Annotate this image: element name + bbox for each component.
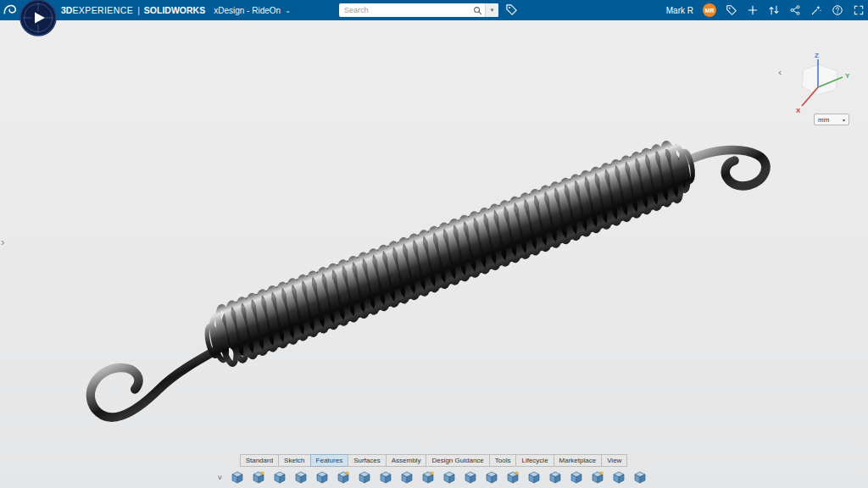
- split-icon: [591, 471, 604, 485]
- tool-draft-button[interactable]: [418, 469, 438, 486]
- topbar-right-cluster: Mark R MR: [666, 0, 865, 20]
- chevron-down-icon: ▾: [843, 117, 845, 123]
- toolbar-expand-chevron[interactable]: ˅: [218, 474, 222, 482]
- delete-face-icon: [633, 471, 647, 485]
- compass-badge[interactable]: [19, 0, 57, 36]
- assistant-icon[interactable]: [810, 4, 822, 16]
- tool-move-face-button[interactable]: [566, 469, 587, 486]
- left-panel-expand-chevron[interactable]: ›: [1, 236, 4, 248]
- search-icon: [473, 6, 482, 15]
- tool-hole-button[interactable]: [460, 469, 481, 486]
- tag-icon: [505, 3, 518, 16]
- chevron-down-icon: ▾: [491, 7, 494, 14]
- units-value: mm: [818, 116, 829, 124]
- brand-product: SOLIDWORKS: [144, 5, 205, 15]
- fullscreen-icon[interactable]: [853, 4, 865, 16]
- tool-circular-pattern-button[interactable]: [545, 469, 565, 486]
- help-icon[interactable]: [832, 4, 843, 16]
- brand-3d: 3D: [61, 5, 72, 15]
- tab-view[interactable]: View: [601, 454, 627, 467]
- fillet-icon: [358, 471, 371, 485]
- search-button[interactable]: [470, 3, 485, 17]
- import-export-icon[interactable]: [768, 4, 780, 16]
- brand-experience: EXPERIENCE: [72, 5, 133, 15]
- brand-area: 3DEXPERIENCE | SOLIDWORKS xDesign - Ride…: [61, 0, 291, 20]
- tool-linear-pattern-button[interactable]: [524, 469, 544, 486]
- tab-lifecycle[interactable]: Lifecycle: [515, 454, 554, 467]
- move-face-icon: [570, 471, 583, 485]
- tab-surfaces[interactable]: Surfaces: [348, 454, 387, 467]
- top-app-bar: 3DEXPERIENCE | SOLIDWORKS xDesign - Ride…: [0, 0, 868, 20]
- add-icon[interactable]: [747, 4, 759, 16]
- ribbon-tabs: StandardSketchFeaturesSurfacesAssemblyDe…: [0, 454, 868, 467]
- tool-chamfer-button[interactable]: [376, 469, 396, 486]
- tag-icon[interactable]: [726, 4, 737, 16]
- spring-model[interactable]: [0, 20, 868, 488]
- app-title-chevron-icon[interactable]: ⌄: [285, 7, 291, 14]
- tool-split-button[interactable]: [587, 469, 608, 486]
- rib-icon: [442, 471, 456, 485]
- revolve-icon: [273, 471, 287, 485]
- combine-icon: [612, 471, 626, 485]
- user-name[interactable]: Mark R: [666, 6, 693, 15]
- tab-design-guidance[interactable]: Design Guidance: [426, 454, 489, 467]
- tool-fillet-button[interactable]: [354, 469, 375, 486]
- triad-collapse-chevron[interactable]: ‹: [778, 67, 782, 77]
- tool-mirror-button[interactable]: [503, 469, 523, 486]
- tags-button[interactable]: [505, 3, 519, 17]
- tool-extruded-cut-button[interactable]: [248, 469, 269, 486]
- feature-toolbar: ˅: [0, 469, 868, 486]
- tool-combine-button[interactable]: [609, 469, 629, 486]
- revolved-cut-icon: [294, 471, 308, 485]
- tool-shell-button[interactable]: [397, 469, 417, 486]
- search-bar: ▾: [339, 3, 498, 17]
- brand-divider: |: [137, 5, 140, 15]
- tab-features[interactable]: Features: [310, 454, 349, 467]
- thread-icon: [485, 471, 498, 485]
- tool-loft-button[interactable]: [333, 469, 353, 486]
- loft-icon: [337, 471, 350, 485]
- tab-tools[interactable]: Tools: [489, 454, 517, 467]
- y-axis-label: Y: [845, 72, 850, 80]
- ghost-cube: [802, 64, 837, 95]
- x-axis-label: X: [796, 107, 801, 114]
- z-axis-label: Z: [815, 52, 819, 59]
- avatar[interactable]: MR: [703, 3, 716, 17]
- tab-standard[interactable]: Standard: [240, 454, 279, 467]
- tab-sketch[interactable]: Sketch: [278, 454, 310, 467]
- search-scope-dropdown[interactable]: ▾: [485, 3, 498, 17]
- chamfer-icon: [379, 471, 392, 485]
- units-dropdown[interactable]: mm ▾: [814, 114, 849, 125]
- extrude-icon: [231, 471, 244, 485]
- linear-pattern-icon: [527, 471, 541, 485]
- tab-assembly[interactable]: Assembly: [386, 454, 427, 467]
- tool-rib-button[interactable]: [439, 469, 459, 486]
- search-input[interactable]: [339, 3, 470, 17]
- shell-icon: [400, 471, 414, 485]
- share-icon[interactable]: [789, 4, 801, 16]
- extruded-cut-icon: [252, 471, 265, 485]
- tool-revolve-button[interactable]: [270, 469, 290, 486]
- draft-icon: [421, 471, 435, 485]
- tool-thread-button[interactable]: [481, 469, 502, 486]
- sweep-icon: [315, 471, 329, 485]
- tab-marketplace[interactable]: Marketplace: [554, 454, 603, 467]
- tool-revolved-cut-button[interactable]: [291, 469, 311, 486]
- 3ds-logo: [3, 3, 18, 18]
- tool-extrude-button[interactable]: [227, 469, 248, 486]
- tool-delete-face-button[interactable]: [630, 469, 650, 486]
- hole-icon: [464, 471, 477, 485]
- tool-sweep-button[interactable]: [312, 469, 332, 486]
- mirror-icon: [506, 471, 520, 485]
- app-title: xDesign - RideOn: [214, 6, 281, 15]
- orientation-triad[interactable]: Z Y X: [792, 49, 853, 117]
- circular-pattern-icon: [548, 471, 562, 485]
